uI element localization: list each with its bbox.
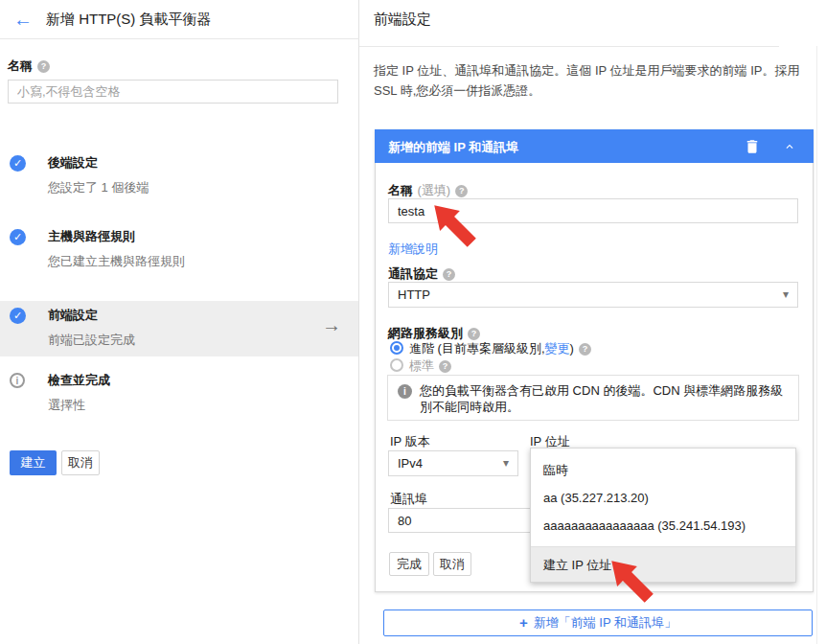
- check-icon: ✓: [10, 229, 26, 245]
- optional-hint: (選填): [417, 183, 450, 197]
- dropdown-padding: [531, 448, 795, 456]
- step-done-icon: ✓: [10, 155, 26, 172]
- ip-address-dropdown-menu: 臨時 aa (35.227.213.20) aaaaaaaaaaaaaaaa (…: [530, 448, 796, 583]
- protocol-value: HTTP: [398, 288, 430, 302]
- port-input[interactable]: [388, 508, 532, 533]
- sidebar-item-review-finalize[interactable]: 檢查並完成 選擇性: [48, 372, 110, 414]
- step-done-icon: ✓: [10, 229, 26, 245]
- sidebar-item-backend-config[interactable]: 後端設定 您設定了 1 個後端: [48, 154, 149, 196]
- info-icon: i: [398, 384, 412, 399]
- ip-version-select[interactable]: IPv4 ▾: [388, 450, 518, 476]
- scroll-area-edge: [816, 46, 817, 644]
- cdn-warning-message: 您的負載平衡器含有已啟用 CDN 的後端。CDN 與標準網路服務級別不能同時啟用…: [420, 382, 792, 415]
- step-subtitle: 您已建立主機與路徑規則: [48, 253, 185, 270]
- frontend-name-label: 名稱: [388, 183, 413, 197]
- cancel-button[interactable]: 取消: [61, 450, 100, 475]
- step-title: 後端設定: [48, 154, 149, 172]
- card-header-title: 新增的前端 IP 和通訊埠: [388, 139, 518, 156]
- help-icon[interactable]: ?: [468, 328, 480, 340]
- chevron-down-icon: ▾: [783, 283, 789, 307]
- radio-standard-tier[interactable]: 標準?: [390, 357, 451, 375]
- step-subtitle: 前端已設定完成: [48, 332, 135, 349]
- radio-disabled-icon: [390, 358, 403, 372]
- premium-tier-text: 進階 (目前專案層級級別,: [409, 341, 545, 356]
- dropdown-option-ephemeral[interactable]: 臨時: [531, 456, 795, 484]
- header-divider: [0, 38, 359, 39]
- chevron-up-icon[interactable]: [782, 140, 799, 153]
- step-subtitle: 您設定了 1 個後端: [48, 179, 149, 196]
- help-icon[interactable]: ?: [439, 360, 451, 373]
- add-description-link[interactable]: 新增說明: [388, 241, 438, 258]
- help-icon[interactable]: ?: [37, 60, 50, 73]
- step-info-icon: i: [10, 373, 25, 388]
- help-icon[interactable]: ?: [443, 268, 455, 281]
- help-icon[interactable]: ?: [579, 343, 591, 356]
- sidebar-item-host-path-rules[interactable]: 主機與路徑規則 您已建立主機與路徑規則: [48, 228, 185, 270]
- change-tier-link[interactable]: 變更: [545, 341, 570, 356]
- check-icon: ✓: [10, 308, 26, 324]
- add-frontend-label: 新增「前端 IP 和通訊埠」: [534, 615, 677, 630]
- dropdown-option-aaaa[interactable]: aaaaaaaaaaaaaaaa (35.241.54.193): [531, 512, 795, 540]
- sidebar-item-frontend-config[interactable]: 前端設定 前端已設定完成: [48, 307, 135, 349]
- trash-icon: [744, 138, 761, 155]
- step-done-icon: ✓: [10, 308, 26, 324]
- cdn-warning-box: i 您的負載平衡器含有已啟用 CDN 的後端。CDN 與標準網路服務級別不能同時…: [387, 375, 799, 421]
- page-title: 新增 HTTP(S) 負載平衡器: [46, 11, 212, 29]
- arrow-right-icon: →: [322, 314, 341, 336]
- delete-icon[interactable]: [744, 138, 761, 155]
- create-button[interactable]: 建立: [10, 450, 57, 475]
- chevron-up-glyph: [782, 140, 797, 153]
- ip-version-label: IP 版本: [390, 433, 430, 450]
- protocol-label: 通訊協定: [388, 266, 438, 281]
- create-load-balancer-page: ← 新增 HTTP(S) 負載平衡器 名稱? ✓ 後端設定 您設定了 1 個後端…: [0, 0, 826, 644]
- add-frontend-ip-port-button[interactable]: +新增「前端 IP 和通訊埠」: [383, 610, 813, 636]
- standard-tier-text: 標準: [409, 358, 434, 373]
- wizard-left-panel: ← 新增 HTTP(S) 負載平衡器 名稱? ✓ 後端設定 您設定了 1 個後端…: [0, 0, 359, 644]
- step-subtitle: 選擇性: [48, 397, 110, 414]
- step-title: 主機與路徑規則: [48, 228, 185, 245]
- step-title: 檢查並完成: [48, 372, 110, 389]
- back-arrow-icon[interactable]: ←: [11, 8, 34, 31]
- check-icon: ✓: [10, 155, 26, 172]
- create-ip-address-option[interactable]: 建立 IP 位址: [531, 546, 795, 582]
- info-icon: i: [10, 373, 25, 388]
- section-divider: [359, 46, 779, 47]
- frontend-name-label-row: 名稱 (選填)?: [388, 181, 468, 199]
- protocol-select[interactable]: HTTP ▾: [388, 282, 798, 308]
- premium-tier-suffix: ): [570, 341, 574, 356]
- done-button[interactable]: 完成: [389, 552, 429, 576]
- radio-premium-tier[interactable]: 進階 (目前專案層級級別,變更)?: [390, 340, 591, 357]
- frontend-name-input[interactable]: [388, 198, 798, 223]
- lb-name-input[interactable]: [8, 80, 338, 104]
- lb-name-label: 名稱: [8, 58, 33, 73]
- plus-icon: +: [519, 614, 528, 631]
- lb-name-label-row: 名稱?: [8, 57, 50, 75]
- chevron-down-icon: ▾: [503, 451, 509, 475]
- step-title: 前端設定: [48, 307, 135, 324]
- card-cancel-button[interactable]: 取消: [433, 552, 471, 576]
- help-icon[interactable]: ?: [455, 185, 468, 197]
- radio-selected-icon: [390, 341, 403, 355]
- network-tier-label: 網路服務級別: [388, 326, 463, 340]
- dropdown-option-aa[interactable]: aa (35.227.213.20): [531, 484, 795, 512]
- frontend-config-description: 指定 IP 位址、通訊埠和通訊協定。這個 IP 位址是用戶端要求的前端 IP。採…: [374, 60, 815, 101]
- port-label: 通訊埠: [390, 491, 427, 508]
- protocol-label-row: 通訊協定?: [388, 264, 455, 283]
- frontend-config-title: 前端設定: [374, 11, 431, 29]
- ip-version-value: IPv4: [398, 456, 423, 471]
